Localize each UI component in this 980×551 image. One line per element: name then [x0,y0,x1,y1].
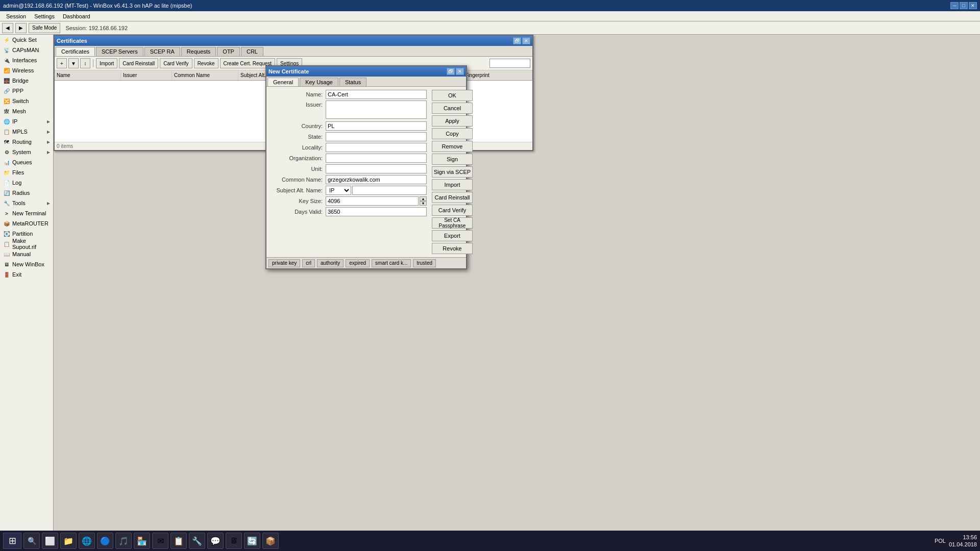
card-reinstall-button[interactable]: Card Reinstall [119,58,158,68]
app10-button[interactable]: 📦 [262,533,279,549]
app8-button[interactable]: 🖥 [226,533,242,549]
revoke-button-2[interactable]: Revoke [432,243,473,254]
sidebar-item-system[interactable]: ⚙ System ▶ [0,147,53,157]
organization-input[interactable] [326,154,427,163]
tab-requests[interactable]: Requests [181,47,216,56]
app6-button[interactable]: 🔧 [189,533,205,549]
cancel-button[interactable]: Cancel [432,103,473,114]
sidebar-item-exit[interactable]: 🚪 Exit [0,269,53,280]
sidebar-item-files[interactable]: 📁 Files [0,167,53,178]
col-common-name[interactable]: Common Name [172,70,238,80]
app9-button[interactable]: 🔄 [244,533,260,549]
edge-button[interactable]: 🌐 [79,533,95,549]
dialog-tab-key-usage[interactable]: Key Usage [300,78,338,86]
sign-via-scep-button[interactable]: Sign via SCEP [432,166,473,178]
tab-otp[interactable]: OTP [217,47,240,56]
common-name-input[interactable] [326,175,427,184]
sidebar-item-ip[interactable]: 🌐 IP ▶ [0,116,53,127]
ok-button[interactable]: OK [432,90,473,101]
file-explorer-button[interactable]: 📁 [60,533,77,549]
cert-restore-button[interactable]: 🗗 [513,37,521,44]
revoke-button[interactable]: Revoke [194,58,218,68]
key-size-input[interactable] [326,196,419,206]
sidebar-item-interfaces[interactable]: 🔌 Interfaces [0,55,53,65]
key-size-down-button[interactable]: ▼ [420,201,427,206]
sign-button[interactable]: Sign [432,154,473,165]
sidebar-item-make-supout[interactable]: 📋 Make Supout.rif [0,239,53,249]
task-view-button[interactable]: ⬜ [42,533,58,549]
import-button[interactable]: Import [96,58,117,68]
sidebar-item-log[interactable]: 📄 Log [0,178,53,188]
filter-button[interactable]: ▼ [68,58,79,68]
dialog-tab-status[interactable]: Status [339,78,366,86]
copy-button[interactable]: Copy [432,128,473,139]
next-button[interactable]: ▶ [15,23,27,33]
maximize-button[interactable]: □ [960,2,968,9]
subject-alt-type-select[interactable]: IP DNS Email [326,186,351,195]
app7-button[interactable]: 💬 [207,533,224,549]
state-input[interactable] [326,132,427,141]
country-input[interactable] [326,121,427,131]
sidebar-item-quick-set[interactable]: ⚡ Quick Set [0,35,53,45]
new-cert-restore-button[interactable]: 🗗 [447,68,455,75]
menu-session[interactable]: Session [2,11,30,21]
sidebar-item-queues[interactable]: 📊 Queues [0,157,53,167]
sidebar-item-radius[interactable]: 🔄 Radius [0,188,53,198]
card-reinstall-button-2[interactable]: Card Reinstall [432,192,473,203]
sidebar-item-routing[interactable]: 🗺 Routing ▶ [0,137,53,147]
remove-button[interactable]: Remove [432,141,473,152]
app5-button[interactable]: 📋 [170,533,187,549]
issuer-textarea[interactable] [326,101,427,119]
mail-button[interactable]: ✉ [152,533,168,549]
new-cert-close-button[interactable]: ✕ [456,68,464,75]
prev-button[interactable]: ◀ [2,23,13,33]
chrome-button[interactable]: 🔵 [97,533,113,549]
store-button[interactable]: 🏪 [134,533,150,549]
sidebar-item-mpls[interactable]: 📋 MPLS ▶ [0,127,53,137]
sidebar-item-switch[interactable]: 🔀 Switch [0,96,53,106]
sidebar-item-new-winbox[interactable]: 🖥 New WinBox [0,259,53,269]
sidebar-item-ppp[interactable]: 🔗 PPP [0,86,53,96]
sidebar-item-mesh[interactable]: 🕸 Mesh [0,106,53,116]
locality-input[interactable] [326,143,427,152]
set-ca-passphrase-button[interactable]: Set CA Passphrase [432,217,473,229]
card-verify-button[interactable]: Card Verify [160,58,192,68]
unit-input[interactable] [326,164,427,173]
sidebar-item-bridge[interactable]: 🌉 Bridge [0,76,53,86]
add-button[interactable]: + [57,58,67,68]
export-button[interactable]: Export [432,230,473,241]
tab-scep-servers[interactable]: SCEP Servers [96,47,143,56]
sidebar-item-new-terminal[interactable]: > New Terminal [0,208,53,218]
col-fingerprint[interactable]: Fingerprint [463,70,532,80]
sidebar-item-capsman[interactable]: 📡 CAPsMAN [0,45,53,55]
find-input[interactable] [489,59,530,68]
col-name[interactable]: Name [55,70,121,80]
minimize-button[interactable]: ─ [950,2,959,9]
close-button[interactable]: ✕ [969,2,977,9]
name-input[interactable] [326,90,427,99]
menu-dashboard[interactable]: Dashboard [59,11,94,21]
search-button[interactable]: 🔍 [23,533,40,549]
days-valid-input[interactable] [326,207,427,216]
start-button[interactable]: ⊞ [3,533,21,549]
sidebar-item-wireless[interactable]: 📶 Wireless [0,65,53,76]
cert-close-button[interactable]: ✕ [522,37,530,44]
col-issuer[interactable]: Issuer [121,70,172,80]
sidebar-item-tools[interactable]: 🔧 Tools ▶ [0,198,53,208]
sidebar-item-manual[interactable]: 📖 Manual [0,249,53,259]
apply-button[interactable]: Apply [432,115,473,127]
key-size-up-button[interactable]: ▲ [420,196,427,201]
spotify-button[interactable]: 🎵 [115,533,132,549]
safe-mode-button[interactable]: Safe Mode [29,23,60,33]
tab-scep-ra[interactable]: SCEP RA [144,47,180,56]
subject-alt-value-input[interactable] [352,186,427,195]
dialog-tab-general[interactable]: General [267,78,299,86]
tab-certificates[interactable]: Certificates [56,47,95,56]
menu-settings[interactable]: Settings [30,11,59,21]
import-button-2[interactable]: Import [432,179,473,190]
sidebar-item-metarouter[interactable]: 📦 MetaROUTER [0,218,53,229]
tab-crl[interactable]: CRL [241,47,263,56]
sidebar-item-partition[interactable]: 💽 Partition [0,229,53,239]
sort-button[interactable]: ↕ [80,58,90,68]
card-verify-button-2[interactable]: Card Verify [432,205,473,216]
